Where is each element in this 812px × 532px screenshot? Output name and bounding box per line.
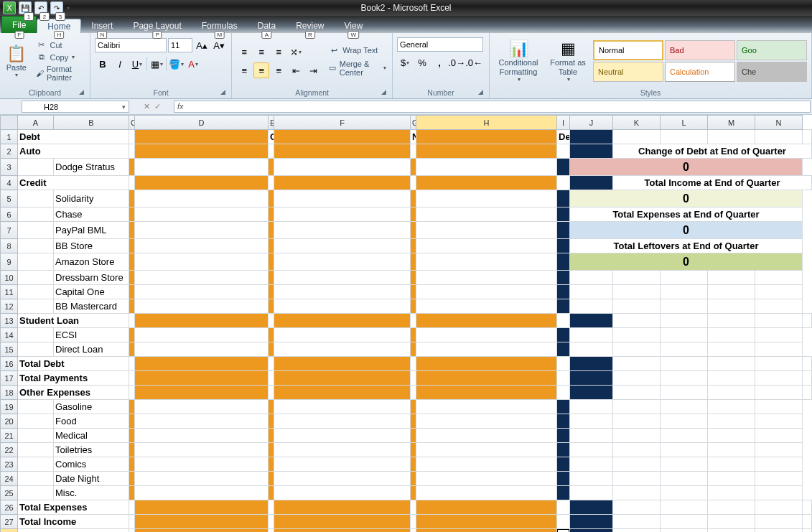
cell-C2[interactable] [135,144,269,159]
cell-M27[interactable] [755,515,803,529]
cell-D19[interactable] [135,400,269,414]
cell-M28[interactable] [755,529,803,533]
cell-H28[interactable] [557,529,570,533]
cell-D7[interactable] [135,222,269,239]
cell-B4[interactable] [129,176,135,190]
cell-C28[interactable] [135,529,269,533]
qat-redo[interactable]: ↷3 [50,1,63,14]
cell-A6[interactable] [18,207,54,222]
cell-A12[interactable] [18,299,54,314]
cell-D22[interactable] [135,443,269,457]
tab-insert[interactable]: InsertN [81,19,123,33]
cell-I13[interactable] [570,314,613,328]
cell-E8[interactable] [269,239,274,253]
cell-E28[interactable] [274,529,411,533]
cell-H19[interactable] [416,400,557,414]
col-header-A[interactable]: A [18,116,54,130]
cell-K17[interactable] [661,371,708,386]
cell-J18[interactable] [613,386,661,400]
cell-H2[interactable] [557,144,570,159]
cell-F2[interactable] [411,144,416,159]
cell-F8[interactable] [274,239,411,253]
cell-G15[interactable] [411,342,416,357]
cell-K11[interactable] [613,285,661,299]
cell-K15[interactable] [613,342,661,357]
cell-N25[interactable] [755,486,803,500]
cell-I2[interactable] [570,144,613,159]
alignment-launcher[interactable]: ◢ [379,88,388,97]
cell-F23[interactable] [274,457,411,472]
cell-I21[interactable] [557,429,570,443]
cell-F17[interactable] [411,371,416,386]
cell-B17[interactable] [129,371,135,386]
cell-N12[interactable] [755,299,803,314]
cell-N28[interactable] [803,529,812,533]
cell-I15[interactable] [557,342,570,357]
cell-C15[interactable] [129,342,135,357]
cell-A13[interactable]: Student Loan [18,314,129,328]
cell-G5[interactable] [411,190,416,207]
cell-L1[interactable] [708,130,755,144]
row-header-27[interactable]: 27 [1,515,18,529]
cell-I18[interactable] [570,386,613,400]
cell-J4[interactable]: Total Income at End of Quarter [613,176,812,190]
font-color-button[interactable]: A▾ [185,56,201,72]
cell-G10[interactable] [411,271,416,285]
cell-E4[interactable] [274,176,411,190]
cell-C10[interactable] [129,271,135,285]
cell-F9[interactable] [274,253,411,271]
font-launcher[interactable]: ◢ [218,88,227,97]
col-header-K[interactable]: K [613,116,661,130]
cell-H22[interactable] [416,443,557,457]
cell-M20[interactable] [708,414,755,429]
cell-N11[interactable] [755,285,803,299]
cell-C8[interactable] [129,239,135,253]
cell-N15[interactable] [755,342,803,357]
cell-C12[interactable] [129,299,135,314]
cell-M22[interactable] [708,443,755,457]
row-header-25[interactable]: 25 [1,486,18,500]
cell-H10[interactable] [416,271,557,285]
cell-B21[interactable]: Medical [54,429,129,443]
align-bottom-button[interactable]: ≡ [271,44,286,60]
cell-L19[interactable] [661,400,708,414]
tab-view[interactable]: ViewW [335,19,373,33]
name-box[interactable]: H28 [22,101,129,113]
cell-A20[interactable] [18,414,54,429]
cell-H6[interactable] [416,207,557,222]
cell-M13[interactable] [755,314,803,328]
cell-C26[interactable] [135,500,269,515]
align-left-button[interactable]: ≡ [236,62,252,78]
cell-A25[interactable] [18,486,54,500]
cell-E15[interactable] [269,342,274,357]
cell-D1[interactable]: October [269,130,274,144]
borders-button[interactable]: ▦▾ [149,56,164,72]
cell-K14[interactable] [613,328,661,342]
cell-J13[interactable] [613,314,661,328]
fill-color-button[interactable]: 🪣▾ [168,56,184,72]
cell-G17[interactable] [416,371,557,386]
cell-J12[interactable] [570,299,613,314]
cell-I22[interactable] [557,443,570,457]
cell-J21[interactable] [570,429,613,443]
row-header-20[interactable]: 20 [1,414,18,429]
cell-G26[interactable] [416,500,557,515]
cell-E19[interactable] [269,400,274,414]
font-size-input[interactable] [168,38,192,52]
row-header-13[interactable]: 13 [1,314,18,328]
align-middle-button[interactable]: ≡ [253,44,269,60]
format-painter-button[interactable]: 🖌Format Painter [34,64,85,83]
cell-L23[interactable] [661,457,708,472]
copy-button[interactable]: ⧉Copy▾ [34,52,85,62]
col-header-E[interactable]: E [269,116,274,130]
cell-D25[interactable] [135,486,269,500]
cell-G23[interactable] [411,457,416,472]
cell-G13[interactable] [416,314,557,328]
cell-D23[interactable] [135,457,269,472]
cell-D12[interactable] [135,299,269,314]
row-header-23[interactable]: 23 [1,457,18,472]
cell-E13[interactable] [274,314,411,328]
cell-style-normal[interactable]: Normal [593,40,663,60]
cell-H9[interactable] [416,253,557,271]
cell-F6[interactable] [274,207,411,222]
